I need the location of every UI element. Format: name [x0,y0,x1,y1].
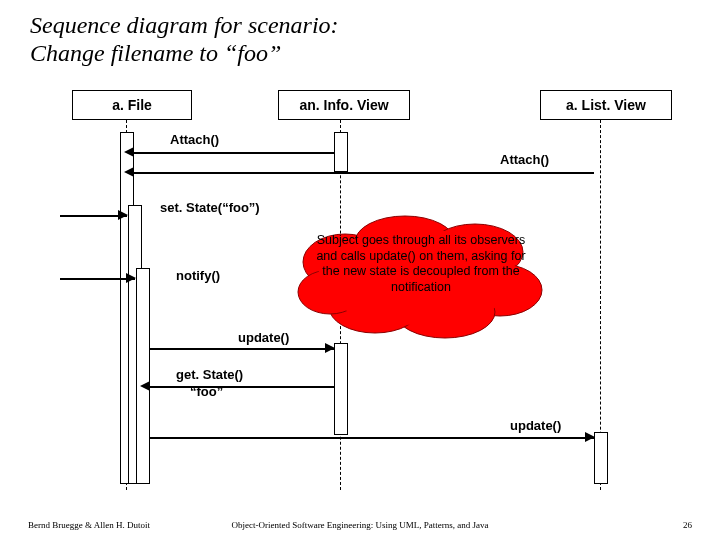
activation-aListView-update [594,432,608,484]
label-getState-return: “foo” [190,384,223,399]
arrowhead-update1 [325,343,335,353]
arrowhead-setState [118,210,128,220]
arrowhead-getState [140,381,150,391]
label-attach2: Attach() [500,152,549,167]
arrow-setState [60,215,127,217]
label-update1: update() [238,330,289,345]
object-anInfoView-label: an. Info. View [299,97,388,113]
label-getState: get. State() [176,367,243,382]
arrowhead-notify [126,273,136,283]
slide-title: Sequence diagram for scenario: Change fi… [30,12,339,67]
activation-aFile-inner2 [136,268,150,484]
label-notify: notify() [176,268,220,283]
arrow-update1 [149,348,334,350]
object-aListView-label: a. List. View [566,97,646,113]
footer-book: Object-Oriented Software Engineering: Us… [231,520,488,530]
label-update2: update() [510,418,561,433]
object-aFile: a. File [72,90,192,120]
arrow-update2 [149,437,594,439]
activation-anInfoView-attach [334,132,348,172]
label-attach1: Attach() [170,132,219,147]
object-aListView: a. List. View [540,90,672,120]
activation-anInfoView-update [334,343,348,435]
arrowhead-attach2 [124,167,134,177]
arrow-notify [60,278,135,280]
label-setState: set. State(“foo”) [160,200,260,215]
title-text: Sequence diagram for scenario: Change fi… [30,12,339,66]
callout-text: Subject goes through all its observers a… [316,233,526,296]
footer-author: Bernd Bruegge & Allen H. Dutoit [28,520,150,530]
arrow-attach2 [133,172,594,174]
footer-page: 26 [683,520,692,530]
arrowhead-attach1 [124,147,134,157]
object-anInfoView: an. Info. View [278,90,410,120]
object-aFile-label: a. File [112,97,152,113]
arrowhead-update2 [585,432,595,442]
arrow-getState [149,386,334,388]
arrow-attach1 [133,152,334,154]
